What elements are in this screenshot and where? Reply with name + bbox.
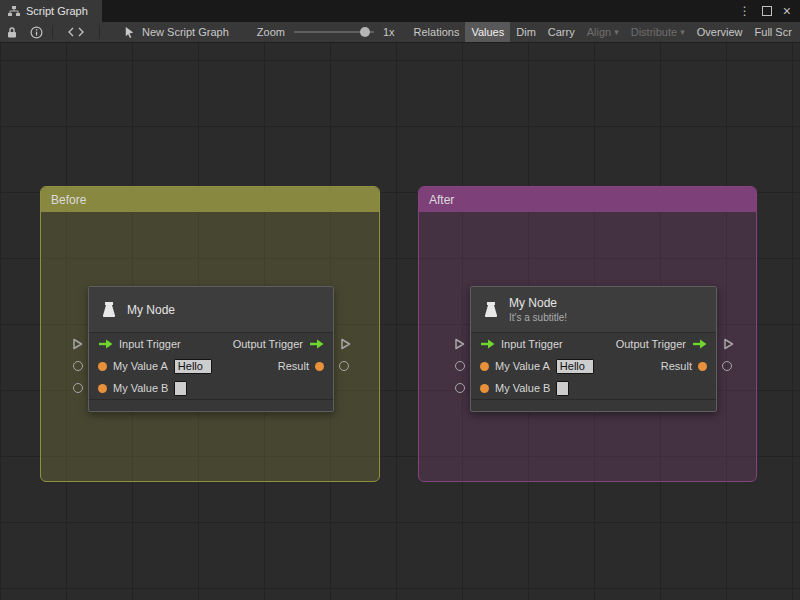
unit-icon xyxy=(481,300,501,320)
node-footer xyxy=(89,399,333,411)
overview-button[interactable]: Overview xyxy=(691,22,749,42)
flow-arrow-icon[interactable] xyxy=(309,339,324,349)
node-title: My Node xyxy=(509,296,567,310)
tab-script-graph[interactable]: Script Graph xyxy=(0,0,102,22)
node-footer xyxy=(471,399,716,411)
port-row: My Value A Result xyxy=(471,355,716,377)
external-value-port-icon[interactable] xyxy=(455,383,465,393)
external-flow-port-icon[interactable] xyxy=(71,338,83,350)
zoom-slider[interactable] xyxy=(294,26,374,38)
external-value-port-icon[interactable] xyxy=(722,361,732,371)
node-titles: My Node xyxy=(127,303,175,317)
port-label: Input Trigger xyxy=(501,338,563,350)
distribute-button[interactable]: Distribute ▾ xyxy=(625,22,691,42)
value-a-input[interactable] xyxy=(174,359,212,374)
group-after-header[interactable]: After xyxy=(419,187,756,212)
fullscreen-button[interactable]: Full Scr xyxy=(749,22,798,42)
node-header[interactable]: My Node It's a subtitle! xyxy=(471,287,716,333)
tab-title: Script Graph xyxy=(26,5,88,17)
relations-button[interactable]: Relations xyxy=(408,22,466,42)
edit-script-button[interactable] xyxy=(56,22,96,42)
value-b-input[interactable] xyxy=(174,381,187,396)
value-a-port[interactable]: My Value A xyxy=(98,359,212,374)
dropdown-arrow-icon: ▾ xyxy=(680,22,685,42)
value-a-input[interactable] xyxy=(556,359,594,374)
output-trigger-port[interactable]: Output Trigger xyxy=(233,338,324,350)
align-label: Align xyxy=(587,22,611,42)
input-trigger-port[interactable]: Input Trigger xyxy=(98,338,181,350)
value-port-icon[interactable] xyxy=(315,362,324,371)
pointer-icon xyxy=(123,26,136,39)
maximize-icon[interactable] xyxy=(762,6,772,16)
inspect-button[interactable] xyxy=(24,22,49,42)
result-port[interactable]: Result xyxy=(661,360,707,372)
close-icon[interactable]: × xyxy=(783,4,791,18)
port-row: Input Trigger Output Trigger xyxy=(89,333,333,355)
graph-canvas[interactable]: Before After My Node xyxy=(0,43,800,600)
node-subtitle: It's a subtitle! xyxy=(509,312,567,323)
zoom-slider-knob[interactable] xyxy=(360,27,370,37)
external-flow-port-icon[interactable] xyxy=(722,338,734,350)
external-flow-port-icon[interactable] xyxy=(339,338,351,350)
external-value-port-icon[interactable] xyxy=(455,361,465,371)
graph-toolbar: New Script Graph Zoom 1x Relations Value… xyxy=(0,22,800,43)
lock-icon xyxy=(6,26,18,39)
port-row: My Value B xyxy=(471,377,716,399)
port-label: Output Trigger xyxy=(233,338,303,350)
port-label: My Value B xyxy=(495,382,550,394)
lock-button[interactable] xyxy=(0,22,24,42)
value-b-port[interactable]: My Value B xyxy=(480,381,569,396)
port-row: Input Trigger Output Trigger xyxy=(471,333,716,355)
external-value-port-icon[interactable] xyxy=(73,361,83,371)
dim-button[interactable]: Dim xyxy=(510,22,542,42)
result-port[interactable]: Result xyxy=(278,360,324,372)
group-before-label: Before xyxy=(51,193,86,207)
value-port-icon[interactable] xyxy=(698,362,707,371)
group-after-label: After xyxy=(429,193,454,207)
window-controls: ⋮ × xyxy=(739,0,800,22)
external-flow-port-icon[interactable] xyxy=(453,338,465,350)
node-titles: My Node It's a subtitle! xyxy=(509,296,567,323)
window-menu-icon[interactable]: ⋮ xyxy=(739,5,751,17)
values-button[interactable]: Values xyxy=(465,22,510,42)
value-b-input[interactable] xyxy=(556,381,569,396)
port-label: My Value B xyxy=(113,382,168,394)
distribute-label: Distribute xyxy=(631,22,677,42)
value-a-port[interactable]: My Value A xyxy=(480,359,594,374)
flow-arrow-icon[interactable] xyxy=(480,339,495,349)
node-my-node-after[interactable]: My Node It's a subtitle! Input Trigger O… xyxy=(470,286,717,412)
script-graph-window: Script Graph ⋮ × xyxy=(0,0,800,600)
input-trigger-port[interactable]: Input Trigger xyxy=(480,338,563,350)
value-port-icon[interactable] xyxy=(98,362,107,371)
flow-arrow-icon[interactable] xyxy=(692,339,707,349)
port-label: Result xyxy=(278,360,309,372)
flow-arrow-icon[interactable] xyxy=(98,339,113,349)
code-icon xyxy=(68,27,84,37)
toolbar-separator xyxy=(99,25,100,39)
value-port-icon[interactable] xyxy=(98,384,107,393)
value-b-port[interactable]: My Value B xyxy=(98,381,187,396)
node-title: My Node xyxy=(127,303,175,317)
port-row: My Value B xyxy=(89,377,333,399)
port-label: Result xyxy=(661,360,692,372)
carry-button[interactable]: Carry xyxy=(542,22,581,42)
align-button[interactable]: Align ▾ xyxy=(581,22,625,42)
output-trigger-port[interactable]: Output Trigger xyxy=(616,338,707,350)
toolbar-separator xyxy=(52,25,53,39)
info-icon xyxy=(30,26,43,39)
external-value-port-icon[interactable] xyxy=(73,383,83,393)
graph-selector[interactable]: New Script Graph xyxy=(123,26,229,39)
value-port-icon[interactable] xyxy=(480,384,489,393)
group-before-header[interactable]: Before xyxy=(41,187,379,212)
tab-bar: Script Graph ⋮ × xyxy=(0,0,800,22)
port-row: My Value A Result xyxy=(89,355,333,377)
port-label: My Value A xyxy=(495,360,550,372)
zoom-control: Zoom 1x xyxy=(257,26,395,38)
node-header[interactable]: My Node xyxy=(89,287,333,333)
zoom-label: Zoom xyxy=(257,26,285,38)
port-label: Output Trigger xyxy=(616,338,686,350)
node-my-node-before[interactable]: My Node Input Trigger Output Trigger xyxy=(88,286,334,412)
value-port-icon[interactable] xyxy=(480,362,489,371)
dropdown-arrow-icon: ▾ xyxy=(614,22,619,42)
external-value-port-icon[interactable] xyxy=(339,361,349,371)
